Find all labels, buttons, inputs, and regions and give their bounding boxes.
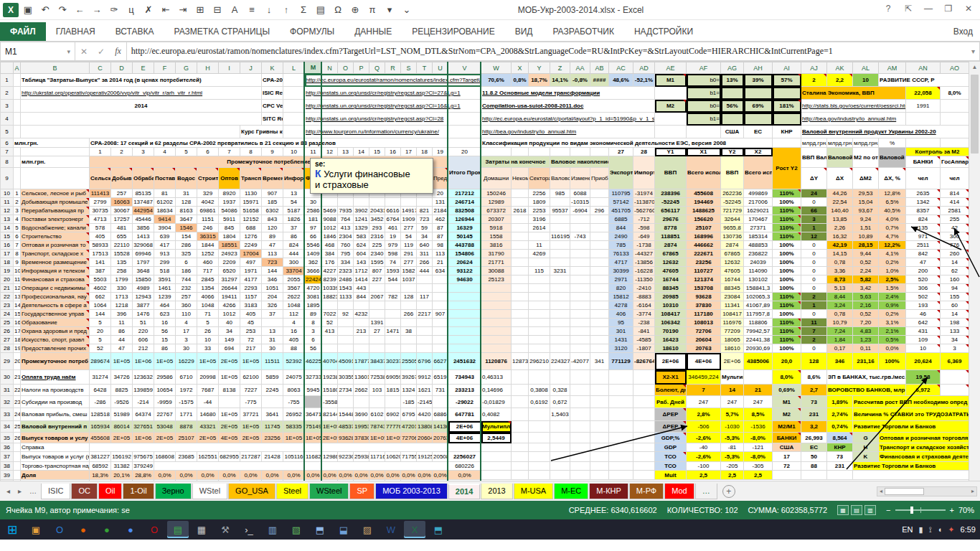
cell[interactable]: 4266 [219,301,240,310]
cell[interactable]: 18,7% [529,74,550,87]
cell[interactable] [687,126,721,138]
column-header-P[interactable]: P [354,62,369,74]
cell[interactable]: 443788 [448,241,481,250]
ribbon-options-icon[interactable]: ⇱ [898,0,918,17]
cell[interactable]: 114090 [744,267,773,276]
cell[interactable]: 346 [262,276,283,284]
cell[interactable] [512,408,529,421]
cell[interactable]: -506 [687,421,721,433]
cell[interactable]: 93628 [687,293,721,301]
cell[interactable]: 2,16 [853,301,879,310]
cell[interactable]: 1Е+05 [154,353,176,370]
cell[interactable]: 413 [338,224,354,232]
cell[interactable]: 20307 [481,215,512,224]
excel-logo[interactable]: X [3,3,19,17]
cell[interactable]: 31790 [481,250,512,258]
cell[interactable]: -238 [633,319,655,327]
cell[interactable]: 2304 [338,232,354,241]
cell[interactable]: 40704 [322,353,338,370]
cell[interactable]: 688 [240,224,262,232]
cell[interactable]: 116976 [721,319,744,327]
cell[interactable]: 128 [801,353,827,370]
cell[interactable]: 0 [801,310,827,319]
cell[interactable]: 92 [338,310,354,319]
cell[interactable]: 3 [801,215,827,224]
row-header-19[interactable]: 19 [1,267,14,276]
cell[interactable] [941,100,969,113]
cell[interactable]: 67865 [721,250,744,258]
cell[interactable]: 88345 [721,284,744,293]
cell[interactable]: 11341 [721,301,744,310]
cell[interactable]: 4 [283,319,305,327]
cell[interactable]: 1413 [133,232,154,241]
cell[interactable]: 1Е+05 [240,421,262,433]
cell[interactable]: 299 [154,258,176,267]
cell[interactable]: ЕС [801,443,827,452]
cell[interactable]: 2,7 [801,385,827,396]
cell[interactable]: 1 [14,189,21,198]
cell[interactable]: 94630 [448,276,481,284]
cell[interactable]: 497 [240,258,262,267]
cell[interactable] [433,293,448,301]
cell[interactable]: 8920 [219,189,240,198]
cell[interactable] [154,462,448,471]
cell[interactable]: 1797 [133,258,154,267]
cell[interactable] [369,301,385,310]
cell[interactable]: 52 [322,319,338,327]
cell[interactable]: 17513 [90,250,111,258]
cell[interactable]: 405 [283,336,305,344]
notification-icon[interactable]: ✦ [948,525,954,534]
cell[interactable] [590,370,609,385]
cell[interactable]: 444 [283,250,305,258]
cell[interactable]: 10,79 [827,319,853,327]
cell[interactable]: b1= [687,113,721,126]
cell[interactable]: 8239 [322,276,338,284]
cell[interactable]: М1 [773,396,801,408]
cell[interactable] [529,370,550,385]
cell[interactable]: 24075 [283,370,305,385]
cell[interactable]: 3877 [133,301,154,310]
cell[interactable]: 396 [111,310,133,319]
cell[interactable] [512,452,529,462]
cell[interactable]: 518 [154,267,176,276]
cell[interactable]: 0 [801,284,827,293]
cell[interactable]: 682955 [219,452,240,462]
cell[interactable]: 98 [433,241,448,250]
cell[interactable]: чел [941,168,969,189]
cell[interactable]: 1 [90,148,111,156]
cell[interactable]: 222671 [687,250,721,258]
cell[interactable]: 384 [322,250,338,258]
cell[interactable]: 776 [941,241,969,250]
cell[interactable]: http://ec.europa.eu/eurostat/c/portal/la… [481,113,655,126]
spell-icon[interactable]: ц [123,2,139,18]
ribbon-tab-надстройки[interactable]: НАДСТРОЙКИ [624,22,703,41]
cell[interactable]: 100% [879,353,906,370]
cell[interactable]: 139859 [133,385,154,396]
column-header-AM[interactable]: AM [879,62,906,74]
cell[interactable]: -562760 [633,207,655,215]
cell[interactable]: 185 [262,198,283,207]
row-header-14[interactable]: 14 [1,224,14,232]
cell[interactable]: 1218 [111,301,133,310]
cell[interactable] [529,319,550,327]
cell[interactable]: 8,0% [773,370,801,385]
cell[interactable]: 2,8% [687,408,721,421]
monitor-icon[interactable]: ⬒ [309,521,331,538]
cell[interactable] [262,319,283,327]
delete-sheet-rows-icon[interactable]: ⊟ [209,2,225,18]
cell[interactable]: 87 [433,232,448,241]
cell[interactable]: 4278 [609,301,633,310]
cell[interactable]: 46225 [305,353,322,370]
cell[interactable] [417,284,433,293]
cell[interactable]: 2,5 [744,471,773,480]
cell[interactable] [550,462,570,471]
ribbon-tab-разработчик[interactable]: РАЗРАБОТЧИК [542,22,624,41]
cell[interactable] [570,408,590,421]
cell[interactable]: млрд.грн. [801,138,827,148]
cell[interactable] [550,344,570,353]
cell[interactable]: 117 [417,293,433,301]
cell[interactable]: 0,0% [338,471,354,480]
cell[interactable] [570,421,590,433]
cell[interactable] [417,301,433,310]
cell[interactable]: 162551 [197,452,219,462]
